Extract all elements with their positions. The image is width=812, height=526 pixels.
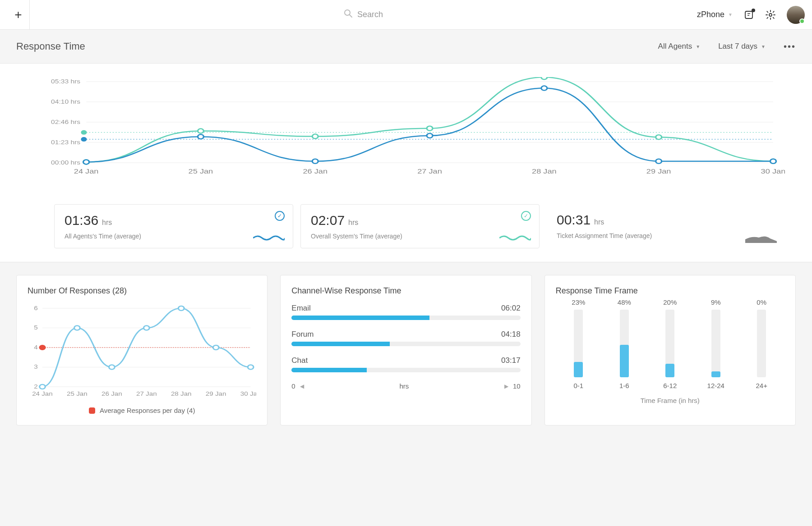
timeframe-label: 24+: [756, 382, 767, 389]
timeframe-col: 9% 12-24: [705, 298, 727, 389]
svg-text:27 Jan: 27 Jan: [417, 168, 442, 175]
date-range-label: Last 7 days: [718, 42, 757, 51]
svg-point-5: [769, 14, 772, 16]
svg-point-58: [213, 345, 219, 350]
timeframe-pct: 48%: [618, 298, 631, 306]
timeframe-card: Response Time Frame 23% 0-1 48% 1-6 20% …: [544, 275, 796, 425]
arrow-right-icon[interactable]: ▶: [500, 383, 513, 389]
main-chart: 00:00 hrs01:23 hrs02:46 hrs04:10 hrs05:3…: [9, 77, 803, 199]
timeframe-col: 0% 24+: [750, 298, 773, 389]
responses-card: Number Of Responses (28) 2345624 Jan25 J…: [16, 275, 268, 425]
stat-label: Overall System's Time (average): [311, 233, 529, 240]
svg-text:30 Jan: 30 Jan: [761, 168, 785, 175]
chevron-down-icon: ▼: [696, 44, 700, 49]
more-actions-button[interactable]: •••: [784, 41, 796, 52]
timeframe-label: 1-6: [619, 382, 629, 389]
svg-line-1: [350, 15, 352, 17]
svg-text:04:10 hrs: 04:10 hrs: [51, 99, 80, 105]
channel-value: 03:17: [501, 356, 521, 365]
stat-system-time[interactable]: ✓ 02:07 hrs Overall System's Time (avera…: [300, 204, 540, 248]
check-icon: ✓: [275, 211, 285, 221]
stat-unit: hrs: [102, 219, 112, 227]
stat-value: 00:31: [557, 212, 591, 228]
stat-boxes: ✓ 01:36 hrs All Agents's Time (average) …: [9, 204, 803, 248]
channel-card: Channel-Wise Response Time Email 06:02 F…: [280, 275, 531, 425]
top-bar: + Search zPhone ▼: [0, 0, 812, 30]
svg-point-28: [198, 134, 203, 139]
add-button[interactable]: +: [14, 8, 22, 22]
svg-text:5: 5: [34, 325, 38, 331]
brand-dropdown[interactable]: zPhone ▼: [697, 10, 733, 19]
svg-text:05:33 hrs: 05:33 hrs: [51, 78, 80, 85]
stat-label: All Agents's Time (average): [65, 233, 283, 240]
page-header: Response Time All Agents ▼ Last 7 days ▼…: [0, 30, 812, 64]
legend-label: Average Responses per day (4): [100, 407, 195, 414]
svg-point-57: [178, 306, 184, 311]
channel-value: 06:02: [501, 304, 521, 313]
svg-point-52: [39, 345, 46, 350]
stat-unit: hrs: [348, 219, 358, 227]
timeframe-bar: [665, 310, 674, 377]
main-chart-card: 00:00 hrs01:23 hrs02:46 hrs04:10 hrs05:3…: [0, 64, 812, 262]
svg-point-29: [312, 159, 318, 164]
channel-name: Email: [291, 304, 311, 313]
brand-label: zPhone: [697, 10, 724, 19]
svg-text:02:46 hrs: 02:46 hrs: [51, 119, 80, 125]
channel-bar: [291, 316, 520, 320]
svg-point-23: [427, 126, 433, 131]
stat-agents-time[interactable]: ✓ 01:36 hrs All Agents's Time (average): [54, 204, 293, 248]
search-input[interactable]: Search: [344, 9, 383, 20]
search-placeholder: Search: [357, 10, 383, 19]
channel-row: Email 06:02: [291, 304, 520, 320]
header-controls: All Agents ▼ Last 7 days ▼ •••: [658, 41, 796, 52]
svg-point-53: [40, 384, 46, 389]
notifications-button[interactable]: [743, 9, 754, 20]
agents-filter-dropdown[interactable]: All Agents ▼: [658, 42, 701, 51]
chevron-down-icon: ▼: [761, 44, 766, 49]
sparkline-icon: [499, 233, 531, 242]
timeframe-col: 23% 0-1: [567, 298, 590, 389]
channel-row: Forum 04:18: [291, 330, 520, 346]
channel-bar: [291, 368, 520, 372]
stat-assignment-time[interactable]: 00:31 hrs Ticket Assignment Time (averag…: [547, 204, 785, 248]
responses-legend: Average Responses per day (4): [28, 407, 256, 414]
svg-point-22: [312, 134, 318, 139]
user-avatar[interactable]: [787, 6, 805, 24]
channel-name: Chat: [291, 356, 308, 365]
svg-text:3: 3: [34, 364, 38, 370]
timeframe-pct: 0%: [757, 298, 766, 306]
notification-badge: [752, 9, 755, 12]
timeframe-pct: 9%: [711, 298, 721, 306]
axis-min: 0: [291, 382, 295, 390]
page-title: Response Time: [16, 41, 85, 52]
channel-value: 04:18: [501, 330, 521, 339]
legend-dot-icon: [89, 407, 95, 414]
channel-name: Forum: [291, 330, 314, 339]
svg-text:6: 6: [34, 305, 38, 311]
stat-value: 01:36: [65, 213, 98, 228]
card-title: Response Time Frame: [556, 286, 784, 296]
timeframe-label: 12-24: [707, 382, 724, 389]
axis-max: 10: [513, 382, 521, 390]
lower-cards-row: Number Of Responses (28) 2345624 Jan25 J…: [0, 262, 812, 438]
svg-point-56: [143, 326, 149, 330]
timeframe-label: 0-1: [574, 382, 584, 389]
svg-text:00:00 hrs: 00:00 hrs: [51, 160, 80, 166]
svg-rect-2: [745, 11, 752, 18]
stat-label: Ticket Assignment Time (average): [557, 232, 775, 239]
timeframe-col: 48% 1-6: [613, 298, 636, 389]
settings-button[interactable]: [765, 9, 776, 20]
timeframe-bars: 23% 0-1 48% 1-6 20% 6-12 9% 12-24 0% 24+: [556, 304, 784, 389]
svg-point-55: [109, 365, 115, 370]
svg-point-32: [656, 159, 662, 164]
svg-text:25 Jan: 25 Jan: [67, 391, 88, 397]
svg-point-24: [541, 77, 547, 79]
status-online-icon: [799, 18, 805, 24]
arrow-left-icon[interactable]: ◀: [295, 383, 309, 389]
sparkline-icon: [253, 233, 285, 242]
svg-text:01:23 hrs: 01:23 hrs: [51, 139, 80, 146]
channel-bar: [291, 342, 520, 346]
date-range-dropdown[interactable]: Last 7 days ▼: [718, 42, 766, 51]
stat-unit: hrs: [594, 218, 604, 226]
svg-point-33: [770, 159, 776, 164]
